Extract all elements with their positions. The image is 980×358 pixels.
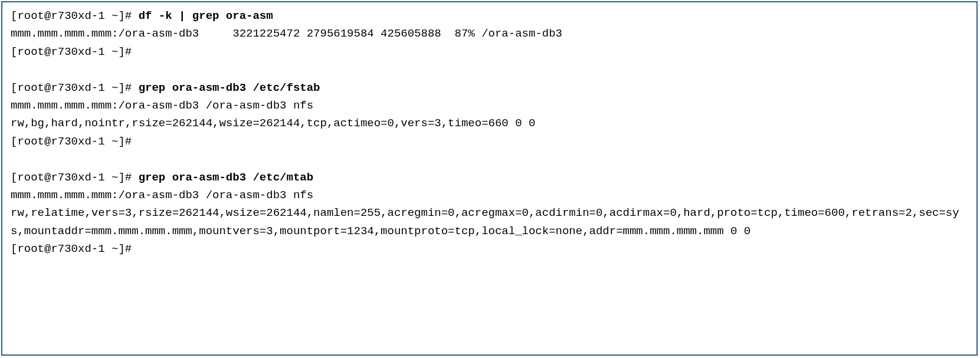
- output-1-0: mmm.mmm.mmm.mmm:/ora-asm-db3 3221225472 …: [11, 25, 968, 42]
- output-2-0: mmm.mmm.mmm.mmm:/ora-asm-db3 /ora-asm-db…: [11, 97, 968, 114]
- trailing-prompt-2: [root@r730xd-1 ~]#: [11, 133, 968, 150]
- trailing-prompt-1: [root@r730xd-1 ~]#: [11, 43, 968, 61]
- output-3-1: rw,relatime,vers=3,rsize=262144,wsize=26…: [11, 204, 968, 240]
- spacer: [11, 61, 968, 78]
- command-2: grep ora-asm-db3 /etc/fstab: [139, 81, 320, 94]
- spacer: [11, 150, 968, 168]
- prompt-2: [root@r730xd-1 ~]#: [11, 81, 139, 94]
- terminal-output: [root@r730xd-1 ~]# df -k | grep ora-asmm…: [1, 1, 978, 356]
- command-line-3: [root@r730xd-1 ~]# grep ora-asm-db3 /etc…: [11, 169, 968, 186]
- command-3: grep ora-asm-db3 /etc/mtab: [139, 171, 313, 184]
- command-line-1: [root@r730xd-1 ~]# df -k | grep ora-asm: [11, 7, 968, 25]
- command-line-2: [root@r730xd-1 ~]# grep ora-asm-db3 /etc…: [11, 79, 968, 97]
- trailing-prompt-3: [root@r730xd-1 ~]#: [11, 240, 968, 258]
- output-3-0: mmm.mmm.mmm.mmm:/ora-asm-db3 /ora-asm-db…: [11, 186, 968, 204]
- prompt-1: [root@r730xd-1 ~]#: [11, 9, 139, 22]
- command-1: df -k | grep ora-asm: [139, 9, 273, 22]
- prompt-3: [root@r730xd-1 ~]#: [11, 171, 139, 184]
- output-2-1: rw,bg,hard,nointr,rsize=262144,wsize=262…: [11, 114, 968, 132]
